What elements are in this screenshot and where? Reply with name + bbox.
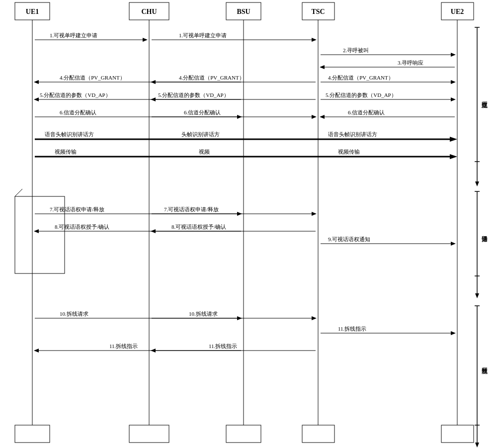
svg-text:7.可视话语权申请/释放: 7.可视话语权申请/释放 bbox=[164, 206, 219, 212]
svg-text:头帧识别讲话方: 头帧识别讲话方 bbox=[181, 131, 220, 137]
svg-text:语音头帧识别讲话方: 语音头帧识别讲话方 bbox=[45, 131, 94, 137]
svg-text:CHU: CHU bbox=[141, 8, 157, 15]
svg-marker-69 bbox=[151, 349, 156, 353]
svg-marker-59 bbox=[151, 229, 156, 233]
svg-marker-29 bbox=[34, 80, 39, 84]
svg-text:8.可视话语权授予/确认: 8.可视话语权授予/确认 bbox=[171, 224, 226, 230]
svg-text:1.可视单呼建立申请: 1.可视单呼建立申请 bbox=[50, 32, 97, 38]
svg-marker-63 bbox=[237, 316, 242, 320]
svg-marker-21 bbox=[143, 38, 148, 42]
svg-marker-67 bbox=[451, 331, 456, 335]
svg-text:9.可视话语权通知: 9.可视话语权通知 bbox=[328, 236, 370, 242]
svg-text:视频: 视频 bbox=[199, 149, 210, 155]
svg-text:11.拆线指示: 11.拆线指示 bbox=[209, 343, 237, 349]
svg-rect-72 bbox=[15, 2, 50, 20]
svg-text:11.拆线指示: 11.拆线指示 bbox=[109, 343, 138, 349]
svg-text:视频传输: 视频传输 bbox=[338, 149, 360, 155]
svg-marker-49 bbox=[450, 154, 457, 159]
svg-rect-79 bbox=[226, 425, 261, 443]
svg-marker-65 bbox=[312, 316, 317, 320]
svg-marker-39 bbox=[451, 97, 456, 101]
svg-marker-55 bbox=[312, 212, 317, 216]
svg-text:UE2: UE2 bbox=[451, 8, 464, 15]
svg-marker-71 bbox=[34, 349, 39, 353]
svg-marker-33 bbox=[451, 80, 456, 84]
svg-rect-76 bbox=[441, 2, 474, 20]
svg-text:4.分配信道（PV_GRANT）: 4.分配信道（PV_GRANT） bbox=[60, 75, 125, 81]
svg-rect-78 bbox=[129, 425, 169, 443]
svg-text:11.拆线指示: 11.拆线指示 bbox=[338, 326, 366, 332]
svg-text:4.分配信道（PV_GRANT）: 4.分配信道（PV_GRANT） bbox=[328, 75, 394, 81]
svg-text:5.分配信道的参数（VD_AP）: 5.分配信道的参数（VD_AP） bbox=[40, 92, 111, 98]
svg-rect-74 bbox=[226, 2, 261, 20]
svg-marker-45 bbox=[320, 115, 325, 119]
svg-marker-53 bbox=[237, 212, 242, 216]
svg-marker-35 bbox=[34, 97, 39, 101]
svg-marker-14 bbox=[475, 293, 479, 298]
svg-text:UE1: UE1 bbox=[26, 8, 39, 15]
svg-text:2.寻呼被叫: 2.寻呼被叫 bbox=[343, 47, 369, 53]
sequence-diagram: UE1 CHU BSU TSC UE2 1.可视单呼建立申请 1.可视单呼建立申… bbox=[0, 0, 497, 448]
svg-text:6.信道分配确认: 6.信道分配确认 bbox=[184, 109, 221, 115]
svg-marker-41 bbox=[237, 115, 242, 119]
svg-marker-31 bbox=[151, 80, 156, 84]
svg-rect-75 bbox=[302, 2, 334, 20]
svg-text:TSC: TSC bbox=[311, 8, 325, 15]
svg-marker-19 bbox=[475, 443, 479, 448]
svg-marker-37 bbox=[151, 97, 156, 101]
svg-text:5.分配信道的参数（VD_AP）: 5.分配信道的参数（VD_AP） bbox=[158, 92, 229, 98]
svg-text:建立流程: 建立流程 bbox=[482, 101, 488, 108]
svg-text:6.信道分配确认: 6.信道分配确认 bbox=[348, 109, 385, 115]
svg-text:7.可视话语权申请/释放: 7.可视话语权申请/释放 bbox=[50, 206, 104, 212]
svg-marker-47 bbox=[450, 137, 457, 142]
svg-line-51 bbox=[15, 189, 22, 196]
svg-marker-27 bbox=[320, 65, 325, 69]
svg-marker-25 bbox=[451, 53, 456, 57]
svg-marker-57 bbox=[34, 229, 39, 233]
svg-text:6.信道分配确认: 6.信道分配确认 bbox=[60, 109, 96, 115]
svg-text:8.可视话语权授予/确认: 8.可视话语权授予/确认 bbox=[55, 224, 109, 230]
svg-text:通话保持: 通话保持 bbox=[482, 236, 488, 242]
svg-rect-80 bbox=[302, 425, 334, 443]
arrows-svg: UE1 CHU BSU TSC UE2 1.可视单呼建立申请 1.可视单呼建立申… bbox=[0, 0, 497, 448]
svg-marker-61 bbox=[451, 242, 456, 246]
svg-text:BSU: BSU bbox=[237, 8, 250, 15]
svg-text:3.寻呼响应: 3.寻呼响应 bbox=[398, 60, 423, 66]
svg-text:语音头帧识别讲话方: 语音头帧识别讲话方 bbox=[328, 131, 377, 137]
svg-rect-81 bbox=[441, 425, 474, 443]
svg-text:释放流程: 释放流程 bbox=[482, 367, 488, 374]
svg-rect-50 bbox=[15, 196, 65, 273]
svg-text:10.拆线请求: 10.拆线请求 bbox=[189, 311, 218, 317]
svg-marker-9 bbox=[475, 181, 479, 186]
svg-marker-43 bbox=[312, 115, 317, 119]
svg-text:1.可视单呼建立申请: 1.可视单呼建立申请 bbox=[179, 32, 227, 38]
svg-marker-23 bbox=[312, 38, 317, 42]
svg-text:5.分配信道的参数（VD_AP）: 5.分配信道的参数（VD_AP） bbox=[326, 92, 397, 98]
svg-rect-77 bbox=[15, 425, 50, 443]
svg-text:4.分配信道（PV_GRANT）: 4.分配信道（PV_GRANT） bbox=[179, 75, 245, 81]
svg-text:10.拆线请求: 10.拆线请求 bbox=[60, 311, 88, 317]
svg-rect-73 bbox=[129, 2, 169, 20]
svg-text:视频传输: 视频传输 bbox=[55, 149, 77, 155]
